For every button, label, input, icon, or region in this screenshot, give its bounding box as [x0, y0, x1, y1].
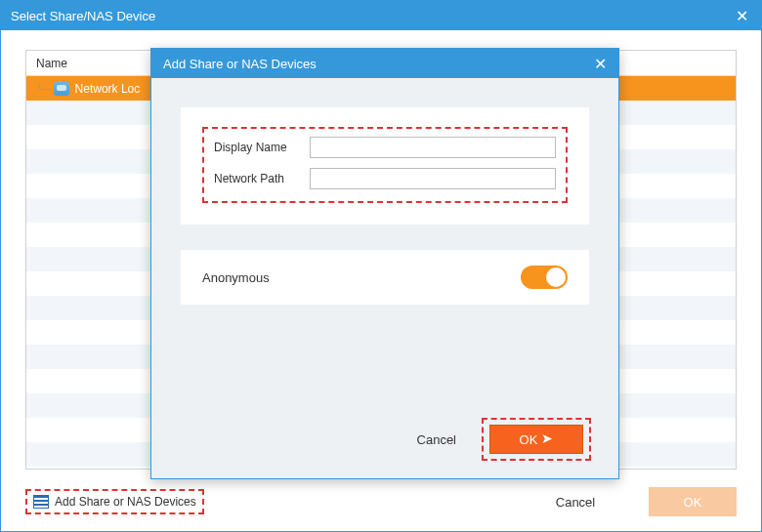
select-share-nas-window: Select Share/NAS Device ✕ Name └─ Networ…: [0, 0, 762, 532]
modal-ok-button[interactable]: OK ➤: [489, 425, 583, 454]
display-name-input[interactable]: [310, 137, 556, 158]
ok-highlight: OK ➤: [482, 418, 591, 461]
nas-device-icon: [33, 495, 49, 509]
anonymous-panel: Anonymous: [181, 250, 589, 305]
main-footer: Add Share or NAS Devices Cancel OK: [25, 484, 737, 519]
footer-buttons: Cancel OK: [531, 487, 737, 516]
modal-body: Display Name Network Path Anonymous: [151, 78, 618, 404]
add-link-label: Add Share or NAS Devices: [55, 495, 196, 509]
main-ok-button[interactable]: OK: [649, 487, 737, 516]
tree-connector-icon: └─: [36, 83, 50, 95]
network-path-label: Network Path: [214, 172, 302, 185]
anonymous-label: Anonymous: [202, 270, 270, 285]
fields-highlight: Display Name Network Path: [202, 127, 568, 203]
main-close-icon[interactable]: ✕: [732, 6, 751, 25]
add-share-nas-modal: Add Share or NAS Devices ✕ Display Name …: [150, 48, 619, 479]
modal-titlebar: Add Share or NAS Devices ✕: [151, 49, 618, 78]
network-path-input[interactable]: [310, 168, 556, 189]
fields-panel: Display Name Network Path: [181, 107, 589, 225]
main-titlebar: Select Share/NAS Device ✕: [1, 1, 761, 30]
display-name-row: Display Name: [214, 137, 556, 158]
cursor-icon: ➤: [541, 430, 553, 446]
add-share-nas-link[interactable]: Add Share or NAS Devices: [25, 489, 204, 514]
network-location-icon: [54, 82, 69, 96]
anonymous-toggle[interactable]: [521, 266, 568, 289]
main-cancel-button[interactable]: Cancel: [531, 487, 619, 516]
network-path-row: Network Path: [214, 168, 556, 189]
modal-cancel-button[interactable]: Cancel: [417, 432, 456, 447]
modal-title: Add Share or NAS Devices: [163, 57, 317, 71]
ok-label: OK: [520, 432, 538, 447]
row-label: Network Loc: [75, 82, 141, 96]
modal-footer: Cancel OK ➤: [151, 404, 618, 478]
modal-close-icon[interactable]: ✕: [594, 55, 607, 73]
main-title: Select Share/NAS Device: [11, 9, 155, 23]
display-name-label: Display Name: [214, 141, 302, 154]
toggle-knob: [546, 267, 566, 287]
